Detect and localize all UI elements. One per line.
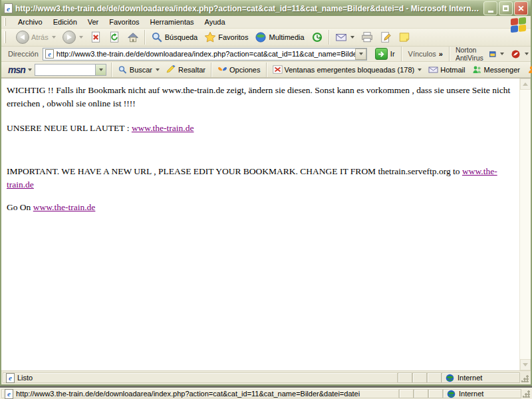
resize-grip[interactable] xyxy=(521,389,531,398)
up-arrow-icon xyxy=(523,82,528,86)
status-pane xyxy=(428,389,443,398)
msn-search-input[interactable] xyxy=(35,66,95,74)
search-icon xyxy=(118,65,128,74)
favorites-button[interactable]: Favoritos xyxy=(201,29,251,45)
toolbar-grip[interactable] xyxy=(4,18,6,27)
ie-page-icon: e xyxy=(45,49,54,59)
globe-icon xyxy=(445,374,455,382)
msn-logo[interactable]: msn xyxy=(8,65,25,75)
hotmail-button[interactable]: Hotmail xyxy=(425,63,468,76)
media-button[interactable]: Multimedia xyxy=(251,29,307,45)
the-train-link[interactable]: www.the-train.de xyxy=(33,202,96,212)
my-msn-icon xyxy=(527,65,532,74)
my-msn-button[interactable]: Mi MSN xyxy=(523,63,532,76)
toolbar-separator xyxy=(144,30,146,45)
hotmail-envelope-icon xyxy=(428,65,438,74)
standard-toolbar: Atrás Búsqueda xyxy=(1,29,531,47)
menu-bar: Archivo Edición Ver Favoritos Herramient… xyxy=(1,16,531,29)
security-zone-pane: Internet xyxy=(443,389,521,398)
norton-antivirus-button[interactable]: Norton AntiVirus xyxy=(452,46,507,62)
print-button[interactable] xyxy=(358,29,376,45)
popup-blocker-button[interactable]: Ventanas emergentes bloqueadas (178) xyxy=(269,63,426,76)
menu-edicion[interactable]: Edición xyxy=(48,17,82,27)
links-bar[interactable]: Vínculos » xyxy=(404,50,447,58)
messenger-icon xyxy=(472,65,482,74)
forward-dropdown-icon xyxy=(79,36,83,39)
mail-dropdown-icon xyxy=(350,36,354,39)
toolbar-grip[interactable] xyxy=(4,31,6,43)
background-status-url-pane: e http://www3.the-train.de/de/downloadar… xyxy=(1,389,399,398)
ie-page-icon: e xyxy=(4,3,13,13)
scroll-down-button[interactable] xyxy=(520,359,531,370)
background-status-url: http://www3.the-train.de/de/downloadarea… xyxy=(16,390,360,398)
buscar-dropdown-icon xyxy=(156,68,160,71)
adobe-pdf-button[interactable] xyxy=(507,50,532,59)
zone-text: Internet xyxy=(458,374,482,382)
maximize-button[interactable] xyxy=(499,1,513,15)
the-train-link[interactable]: www.the-train.de xyxy=(132,123,194,133)
media-globe-icon xyxy=(255,31,267,43)
scrollbar-track[interactable] xyxy=(520,90,531,359)
msn-dropdown-icon[interactable] xyxy=(28,68,32,71)
new-url-line-german: UNSERE NEUE URL LAUTET : www.the-train.d… xyxy=(7,122,515,135)
msn-search-dropdown-button[interactable] xyxy=(95,65,106,75)
notes-button[interactable] xyxy=(395,29,414,45)
search-icon xyxy=(151,31,163,43)
history-icon xyxy=(311,31,323,43)
go-button[interactable]: Ir xyxy=(371,47,399,61)
mail-icon xyxy=(335,31,347,43)
notice-english: IMPORTANT. WE HAVE A NEW URL , PLEASE ED… xyxy=(7,165,515,192)
back-button[interactable]: Atrás xyxy=(13,29,59,45)
window-title: http://www3.the-train.de/de/downloadarea… xyxy=(15,4,479,13)
ie-page-icon: e xyxy=(6,373,15,383)
menu-ver[interactable]: Ver xyxy=(82,17,104,27)
address-dropdown-button[interactable] xyxy=(355,49,366,60)
status-pane xyxy=(399,389,414,398)
go-arrow-icon xyxy=(375,48,388,60)
close-icon: ✕ xyxy=(517,4,524,13)
close-button[interactable]: ✕ xyxy=(514,1,528,15)
ie-page-icon: e xyxy=(5,389,13,399)
window-controls: ✕ xyxy=(483,1,528,15)
menu-favoritos[interactable]: Favoritos xyxy=(104,17,144,27)
home-icon xyxy=(127,31,139,43)
address-input-wrap[interactable]: e xyxy=(43,48,367,61)
stop-icon xyxy=(90,31,102,43)
forward-button[interactable] xyxy=(59,29,86,45)
vertical-scrollbar[interactable] xyxy=(519,78,531,370)
status-pane xyxy=(398,372,412,383)
status-text: Listo xyxy=(17,374,33,382)
security-zone-pane: Internet xyxy=(442,372,520,383)
notice-german: WICHTIG !! Falls ihr Bookmark nicht auf … xyxy=(7,84,515,111)
history-button[interactable] xyxy=(308,29,327,45)
msn-opciones-button[interactable]: Opciones xyxy=(214,63,263,76)
print-icon xyxy=(361,31,373,43)
messenger-button[interactable]: Messenger xyxy=(469,63,523,76)
minimize-button[interactable] xyxy=(483,1,497,15)
status-pane xyxy=(427,372,442,383)
resize-grip[interactable] xyxy=(520,372,529,383)
search-button[interactable]: Búsqueda xyxy=(148,29,201,45)
title-bar[interactable]: e http://www3.the-train.de/de/downloadar… xyxy=(1,0,531,16)
blocked-popup-icon xyxy=(273,65,283,74)
toolbar-separator xyxy=(329,30,330,45)
msn-search-box[interactable] xyxy=(35,64,106,76)
toolbar-separator xyxy=(401,47,402,61)
scroll-up-button[interactable] xyxy=(520,78,531,90)
msn-buscar-button[interactable]: Buscar xyxy=(114,63,163,76)
butterfly-icon xyxy=(217,65,227,74)
refresh-button[interactable] xyxy=(105,29,124,45)
mail-button[interactable] xyxy=(332,29,358,45)
edit-button[interactable] xyxy=(376,29,395,45)
address-input[interactable] xyxy=(54,49,355,59)
home-button[interactable] xyxy=(124,29,142,45)
menu-herramientas[interactable]: Herramientas xyxy=(145,17,200,27)
background-window-statusbar[interactable]: e http://www3.the-train.de/de/downloadar… xyxy=(0,388,532,399)
maximize-icon xyxy=(503,5,509,11)
menu-archivo[interactable]: Archivo xyxy=(13,17,48,27)
stop-button[interactable] xyxy=(86,29,105,45)
menu-ayuda[interactable]: Ayuda xyxy=(200,17,231,27)
windows-flag-icon xyxy=(511,17,527,34)
adobe-dropdown-icon xyxy=(525,53,529,55)
msn-resaltar-button[interactable]: Resaltar xyxy=(163,63,209,76)
